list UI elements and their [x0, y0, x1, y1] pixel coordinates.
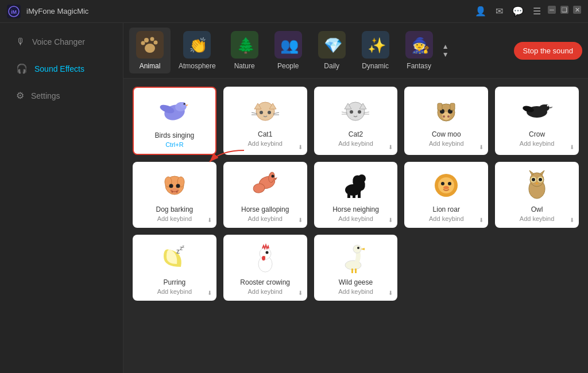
svg-point-42	[447, 115, 450, 118]
svg-point-72	[443, 186, 449, 189]
download-icon: ⬇	[298, 290, 303, 296]
tab-atmosphere[interactable]: 👏 Atmosphere	[173, 28, 222, 73]
tab-nature[interactable]: 🌲 Nature	[224, 28, 265, 73]
lion-roar-keybind: Add keybind	[429, 215, 464, 222]
sound-grid-container[interactable]: Birds singing Ctrl+R	[123, 79, 588, 373]
scroll-down-button[interactable]: ▼	[442, 51, 449, 58]
scroll-up-button[interactable]: ▲	[442, 43, 449, 50]
birds-singing-keybind: Ctrl+R	[165, 141, 183, 148]
sound-card-lion-roar[interactable]: Lion roar Add keybind ⬇	[404, 162, 488, 228]
people-category-icon: 👥	[274, 31, 302, 59]
sidebar-item-settings[interactable]: ⚙ Settings	[5, 83, 118, 108]
svg-point-3	[150, 37, 154, 41]
tab-dynamic[interactable]: ✨ Dynamic	[355, 28, 396, 73]
svg-rect-66	[353, 193, 355, 198]
svg-text:z: z	[182, 244, 184, 249]
purring-keybind: Add keybind	[157, 288, 192, 295]
svg-point-93	[357, 247, 359, 249]
stop-sound-button[interactable]: Stop the sound	[514, 42, 582, 60]
sound-card-cow-moo[interactable]: Cow moo Add keybind ⬇	[404, 87, 488, 155]
svg-point-5	[141, 41, 145, 45]
sound-card-crow[interactable]: Crow Add keybind ⬇	[495, 87, 579, 155]
tab-fantasy-label: Fantasy	[407, 62, 431, 70]
crow-icon	[520, 92, 554, 127]
svg-point-6	[145, 44, 155, 53]
tab-people[interactable]: 👥 People	[268, 28, 309, 73]
svg-point-48	[547, 105, 549, 107]
owl-keybind: Add keybind	[520, 215, 555, 222]
daily-category-icon: 💎	[318, 31, 346, 59]
user-icon[interactable]: 👤	[473, 6, 489, 17]
tab-fantasy[interactable]: 🧙 Fantasy	[399, 28, 440, 73]
microphone-icon: 🎙	[16, 37, 25, 47]
download-icon: ⬇	[388, 144, 393, 150]
tab-animal[interactable]: Animal	[129, 28, 171, 73]
main-content: Animal 👏 Atmosphere 🌲 Nature	[123, 23, 588, 373]
sound-card-owl[interactable]: Owl Add keybind ⬇	[495, 162, 579, 228]
wild-geese-keybind: Add keybind	[338, 288, 373, 295]
download-icon: ⬇	[479, 144, 483, 150]
svg-point-71	[448, 182, 451, 185]
horse-galloping-name: Horse galloping	[241, 205, 289, 213]
svg-point-54	[176, 184, 180, 188]
svg-rect-65	[347, 192, 350, 198]
menu-icon[interactable]: ☰	[531, 6, 543, 17]
sidebar-item-sound-effects[interactable]: 🎧 Sound Effects	[5, 56, 118, 81]
svg-marker-75	[529, 170, 534, 175]
svg-marker-76	[540, 170, 544, 175]
svg-point-79	[532, 178, 535, 181]
rooster-crowing-icon	[248, 240, 283, 275]
rooster-crowing-name: Rooster crowing	[240, 278, 290, 286]
svg-rect-44	[450, 103, 455, 110]
tab-people-label: People	[277, 62, 299, 70]
sound-card-wild-geese[interactable]: Wild geese Add keybind ⬇	[314, 235, 398, 301]
chat-icon[interactable]: 💬	[510, 6, 526, 17]
svg-point-17	[183, 103, 185, 105]
download-icon: ⬇	[388, 217, 393, 223]
animal-category-icon	[136, 31, 164, 59]
cat2-name: Cat2	[349, 130, 363, 138]
owl-icon	[520, 168, 554, 202]
tab-daily[interactable]: 💎 Daily	[311, 28, 353, 73]
sound-card-horse-neighing[interactable]: Horse neighing Add keybind ⬇	[314, 162, 398, 228]
sound-card-cat2[interactable]: Cat2 Add keybind ⬇	[314, 87, 398, 155]
window-controls: 👤 ✉ 💬 ☰ ─ ❑ ✕	[473, 6, 581, 17]
app-logo: iM	[7, 5, 21, 18]
svg-point-15	[180, 102, 186, 108]
svg-point-23	[268, 111, 271, 114]
minimize-button[interactable]: ─	[548, 6, 556, 14]
sound-card-birds-singing[interactable]: Birds singing Ctrl+R	[133, 87, 216, 155]
svg-point-55	[170, 188, 179, 194]
horse-galloping-icon	[248, 168, 283, 202]
svg-point-41	[443, 115, 445, 118]
atmosphere-category-icon: 👏	[183, 31, 211, 59]
svg-text:🧙: 🧙	[411, 36, 430, 55]
tab-dynamic-label: Dynamic	[362, 62, 389, 70]
close-button[interactable]: ✕	[573, 6, 581, 14]
sidebar-item-voice-changer[interactable]: 🎙 Voice Changer	[5, 30, 118, 54]
sound-card-rooster-crowing[interactable]: Rooster crowing Add keybind ⬇	[223, 235, 307, 301]
sound-card-purring[interactable]: z z z Purring Add keybind ⬇	[133, 235, 216, 301]
mail-icon[interactable]: ✉	[493, 6, 505, 17]
owl-name: Owl	[531, 205, 543, 213]
cat1-name: Cat1	[258, 130, 272, 138]
svg-point-53	[169, 184, 173, 188]
cow-moo-name: Cow moo	[432, 130, 461, 138]
lion-roar-icon	[429, 168, 463, 202]
cat1-icon	[248, 92, 283, 127]
svg-text:👥: 👥	[280, 36, 299, 55]
restore-button[interactable]: ❑	[560, 6, 568, 14]
crow-keybind: Add keybind	[520, 140, 555, 147]
download-icon: ⬇	[479, 217, 483, 223]
rooster-crowing-keybind: Add keybind	[247, 288, 283, 295]
download-icon: ⬇	[298, 144, 303, 150]
headphone-icon: 🎧	[16, 63, 28, 74]
sound-card-cat1[interactable]: Cat1 Add keybind ⬇	[223, 87, 307, 155]
svg-point-22	[260, 111, 263, 114]
svg-point-32	[358, 110, 361, 114]
sound-card-dog-barking[interactable]: Dog barking Add keybind ⬇	[133, 162, 216, 228]
sidebar-label-voice-changer: Voice Changer	[32, 37, 85, 46]
tab-nature-label: Nature	[234, 62, 255, 70]
svg-rect-95	[355, 269, 357, 273]
sound-card-horse-galloping[interactable]: Horse galloping Add keybind ⬇	[223, 162, 307, 228]
